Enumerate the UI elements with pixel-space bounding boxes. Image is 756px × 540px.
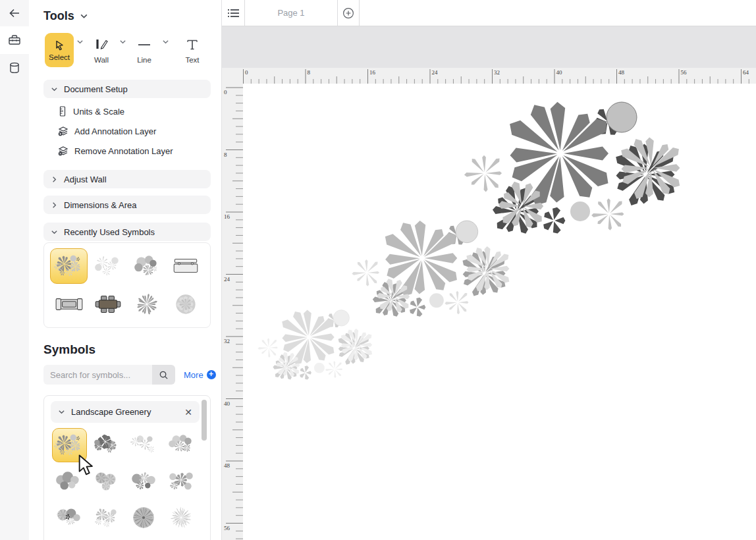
symbol-thumb-tree-radial[interactable] bbox=[126, 500, 161, 535]
recently-used-symbols-grid bbox=[43, 242, 211, 328]
symbols-search-row: More + bbox=[43, 365, 216, 385]
landscape-greenery-card: Landscape Greenery ✕ bbox=[43, 395, 211, 540]
landscape-symbols-grid bbox=[51, 427, 200, 535]
symbol-search-input[interactable] bbox=[43, 365, 152, 385]
wall-pen-icon bbox=[94, 37, 109, 53]
svg-text:24: 24 bbox=[432, 69, 439, 76]
section-recently-used[interactable]: Recently Used Symbols bbox=[43, 223, 211, 241]
ruler-icon bbox=[58, 106, 67, 117]
svg-text:40: 40 bbox=[224, 400, 230, 407]
plant-group-icon bbox=[54, 254, 84, 279]
symbol-thumb-cluster-flakes[interactable] bbox=[89, 464, 124, 499]
symbols-scrollbar[interactable] bbox=[202, 400, 207, 441]
recently-used-label: Recently Used Symbols bbox=[64, 227, 155, 237]
tree-radial-icon bbox=[128, 505, 159, 530]
plant-cluster-warm-icon bbox=[166, 433, 196, 458]
add-page-button[interactable] bbox=[338, 0, 360, 26]
symbol-thumb-tree-fuzzy[interactable] bbox=[163, 500, 198, 535]
symbol-thumb-plant-snowflake[interactable] bbox=[126, 428, 161, 462]
svg-text:64: 64 bbox=[743, 69, 749, 76]
symbol-thumb-tree-spiky-dark[interactable] bbox=[128, 286, 165, 322]
svg-text:56: 56 bbox=[681, 69, 688, 76]
data-rail-button[interactable] bbox=[0, 54, 29, 82]
chevron-down-icon bbox=[51, 86, 58, 93]
more-label: More bbox=[184, 370, 203, 380]
select-dropdown-chevron-icon[interactable] bbox=[76, 38, 84, 45]
svg-text:40: 40 bbox=[556, 69, 563, 76]
search-button[interactable] bbox=[152, 365, 175, 385]
layers-add-icon bbox=[58, 126, 68, 136]
section-document-setup[interactable]: Document Setup bbox=[43, 80, 211, 98]
toolbox-rail-button[interactable] bbox=[0, 26, 29, 54]
symbol-thumb-plant-cluster-warm[interactable] bbox=[163, 428, 198, 462]
line-tool-label: Line bbox=[137, 56, 151, 64]
vertical-ruler: 08162432404856 bbox=[222, 84, 243, 540]
page-sheet[interactable] bbox=[243, 84, 756, 540]
landscape-greenery-label: Landscape Greenery bbox=[71, 407, 151, 417]
back-arrow-icon bbox=[8, 7, 21, 20]
symbol-thumb-sofa-arms[interactable] bbox=[50, 286, 88, 322]
line-tool-button[interactable]: Line bbox=[129, 33, 159, 67]
units-scale-item[interactable]: Units & Scale bbox=[58, 104, 124, 119]
drawing-workspace[interactable]: 0816243240485664 08162432404856 bbox=[222, 26, 756, 540]
remove-annotation-layer-item[interactable]: Remove Annotation Layer bbox=[58, 144, 173, 158]
tab-page-1[interactable]: Page 1 bbox=[244, 0, 338, 26]
svg-text:48: 48 bbox=[224, 462, 230, 469]
svg-text:32: 32 bbox=[494, 69, 500, 76]
select-tool-button[interactable]: Select bbox=[45, 33, 74, 67]
symbol-thumb-sofa-thin[interactable] bbox=[167, 248, 204, 284]
search-icon bbox=[159, 370, 169, 380]
wall-tool-button[interactable]: Wall bbox=[86, 33, 117, 67]
plant-snowflake-icon bbox=[128, 433, 159, 458]
tools-toolbar: Select Wall Line Text bbox=[45, 33, 207, 67]
symbol-thumb-cluster-small[interactable] bbox=[89, 500, 124, 535]
symbol-thumb-plant-cluster[interactable] bbox=[128, 248, 165, 284]
symbol-thumb-plant-group[interactable] bbox=[52, 428, 87, 462]
symbol-thumb-plant-pale[interactable] bbox=[89, 248, 126, 284]
database-icon bbox=[8, 61, 21, 74]
units-scale-label: Units & Scale bbox=[73, 107, 124, 117]
section-adjust-wall[interactable]: Adjust Wall bbox=[43, 170, 211, 188]
svg-text:0: 0 bbox=[245, 69, 248, 76]
add-annotation-layer-item[interactable]: Add Annotation Layer bbox=[58, 124, 156, 138]
svg-text:8: 8 bbox=[224, 151, 227, 158]
symbols-heading: Symbols bbox=[43, 342, 95, 357]
page-list-button[interactable] bbox=[222, 0, 244, 26]
sofa-thin-icon bbox=[171, 254, 201, 279]
close-icon[interactable]: ✕ bbox=[184, 407, 192, 418]
line-dropdown-chevron-icon[interactable] bbox=[162, 38, 169, 45]
section-dimensions-area[interactable]: Dimensions & Area bbox=[43, 196, 211, 214]
symbol-thumb-plant-group[interactable] bbox=[50, 248, 88, 284]
icon-rail bbox=[0, 0, 29, 540]
page-tabbar: Page 1 bbox=[222, 0, 756, 26]
more-symbols-link[interactable]: More + bbox=[184, 370, 216, 380]
symbol-thumb-cluster-rose[interactable] bbox=[52, 500, 87, 535]
cluster-star-icon bbox=[166, 469, 196, 494]
remove-annotation-layer-label: Remove Annotation Layer bbox=[74, 146, 173, 156]
symbol-thumb-plant-leafy-dark[interactable] bbox=[89, 428, 124, 462]
symbol-thumb-cluster-star[interactable] bbox=[163, 464, 198, 499]
back-button[interactable] bbox=[0, 0, 29, 26]
cluster-mixed-icon bbox=[128, 469, 159, 494]
symbol-thumb-tree-round-light[interactable] bbox=[167, 286, 204, 322]
plant-pale-icon bbox=[93, 254, 123, 279]
text-tool-button[interactable]: Text bbox=[177, 33, 207, 67]
briefcase-icon bbox=[8, 34, 21, 47]
symbol-thumb-cluster-mixed[interactable] bbox=[126, 464, 161, 499]
wall-dropdown-chevron-icon[interactable] bbox=[119, 38, 126, 45]
tree-spiky-dark-icon bbox=[132, 292, 162, 317]
text-tool-label: Text bbox=[185, 56, 199, 64]
tools-panel-title[interactable]: Tools bbox=[43, 9, 88, 23]
chevron-right-icon bbox=[51, 176, 58, 183]
tree-round-light-icon bbox=[171, 292, 201, 317]
layers-remove-icon bbox=[58, 146, 68, 156]
symbol-thumb-conference-table[interactable] bbox=[89, 286, 126, 322]
cluster-flakes-icon bbox=[92, 469, 122, 494]
landscape-greenery-header[interactable]: Landscape Greenery ✕ bbox=[51, 401, 200, 423]
svg-text:32: 32 bbox=[224, 338, 230, 344]
symbol-thumb-cluster-dots[interactable] bbox=[52, 464, 87, 499]
select-tool-label: Select bbox=[49, 53, 70, 61]
svg-text:56: 56 bbox=[224, 525, 230, 531]
plus-circle-icon: + bbox=[207, 370, 216, 379]
wall-tool-label: Wall bbox=[94, 56, 109, 64]
